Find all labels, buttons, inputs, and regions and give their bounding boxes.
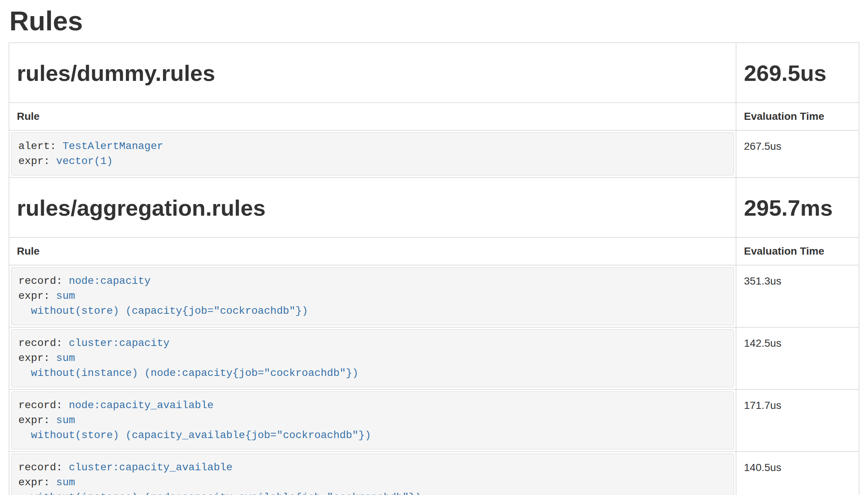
rule-name-link[interactable]: cluster:capacity xyxy=(69,337,169,349)
rules-table: rules/dummy.rules269.5usRuleEvaluation T… xyxy=(9,42,859,495)
evaluation-time-column-header: Evaluation Time xyxy=(736,237,859,265)
rule-column-header: Rule xyxy=(9,237,736,265)
evaluation-time-column-header: Evaluation Time xyxy=(736,103,859,130)
rule-block: record: cluster:capacity_available expr:… xyxy=(11,453,734,495)
group-file-cell: rules/dummy.rules xyxy=(9,43,736,103)
group-evaluation-time-cell: 269.5us xyxy=(736,43,859,103)
rule-column-header: Rule xyxy=(9,103,736,130)
rule-name-link[interactable]: node:capacity xyxy=(69,275,150,287)
rule-cell: record: cluster:capacity_available expr:… xyxy=(9,452,736,495)
rule-cell: record: node:capacity_available expr: su… xyxy=(9,389,736,452)
rule-row: alert: TestAlertManager expr: vector(1)2… xyxy=(9,130,859,177)
rules-page: { "page_title": "Rules", "table": { "rul… xyxy=(0,0,868,495)
rule-kind-label: record: xyxy=(18,337,63,349)
rule-expr-label: expr: xyxy=(18,290,50,302)
rule-expr-link[interactable]: sum without(store) (capacity_available{j… xyxy=(18,414,371,441)
rule-expr-label: expr: xyxy=(18,414,50,426)
group-file-name: rules/aggregation.rules xyxy=(17,196,728,221)
rule-name-link[interactable]: cluster:capacity_available xyxy=(69,462,232,473)
group-evaluation-time: 295.7ms xyxy=(744,196,851,221)
rules-table-body: rules/dummy.rules269.5usRuleEvaluation T… xyxy=(9,43,859,495)
rule-cell: alert: TestAlertManager expr: vector(1) xyxy=(9,130,736,177)
evaluation-time-cell: 140.5us xyxy=(736,452,859,495)
rule-code: alert: TestAlertManager expr: vector(1) xyxy=(18,139,727,169)
rule-expr-link[interactable]: sum without(store) (capacity{job="cockro… xyxy=(18,290,308,317)
rule-code: record: cluster:capacity_available expr:… xyxy=(18,460,727,495)
rule-cell: record: cluster:capacity expr: sum witho… xyxy=(9,327,736,389)
rule-row: record: node:capacity_available expr: su… xyxy=(9,389,859,452)
group-evaluation-time-cell: 295.7ms xyxy=(736,177,859,237)
rule-name-link[interactable]: TestAlertManager xyxy=(63,140,163,152)
rule-expr-label: expr: xyxy=(18,477,50,488)
column-header-row: RuleEvaluation Time xyxy=(9,103,859,130)
rule-group-header-row: rules/aggregation.rules295.7ms xyxy=(9,177,859,237)
rule-kind-label: record: xyxy=(18,400,63,411)
rule-code: record: cluster:capacity expr: sum witho… xyxy=(18,336,727,381)
rule-code: record: node:capacity expr: sum without(… xyxy=(18,274,727,319)
rule-expr-link[interactable]: vector(1) xyxy=(56,155,113,167)
column-header-row: RuleEvaluation Time xyxy=(9,237,859,265)
rule-block: alert: TestAlertManager expr: vector(1) xyxy=(11,132,734,176)
evaluation-time-cell: 351.3us xyxy=(736,265,859,327)
rule-expr-link[interactable]: sum without(instance) (node:capacity_ava… xyxy=(18,477,421,495)
group-file-cell: rules/aggregation.rules xyxy=(9,177,736,237)
rule-kind-label: record: xyxy=(18,275,63,287)
rule-block: record: node:capacity expr: sum without(… xyxy=(11,267,734,325)
rule-row: record: cluster:capacity expr: sum witho… xyxy=(9,327,859,389)
rule-row: record: cluster:capacity_available expr:… xyxy=(9,452,859,495)
rule-expr-label: expr: xyxy=(18,155,50,167)
evaluation-time-cell: 171.7us xyxy=(736,389,859,452)
page-title: Rules xyxy=(9,6,859,36)
rule-block: record: node:capacity_available expr: su… xyxy=(11,391,734,450)
rule-kind-label: alert: xyxy=(18,140,56,152)
rule-row: record: node:capacity expr: sum without(… xyxy=(9,265,859,327)
rule-group-header-row: rules/dummy.rules269.5us xyxy=(9,43,859,103)
rule-block: record: cluster:capacity expr: sum witho… xyxy=(11,329,734,388)
evaluation-time-cell: 142.5us xyxy=(736,327,859,389)
rule-cell: record: node:capacity expr: sum without(… xyxy=(9,265,736,327)
rule-expr-link[interactable]: sum without(instance) (node:capacity{job… xyxy=(18,352,358,379)
group-evaluation-time: 269.5us xyxy=(744,61,851,86)
evaluation-time-cell: 267.5us xyxy=(736,130,859,177)
group-file-name: rules/dummy.rules xyxy=(17,61,728,86)
rule-kind-label: record: xyxy=(18,462,63,473)
rule-name-link[interactable]: node:capacity_available xyxy=(69,400,213,411)
rule-expr-label: expr: xyxy=(18,352,50,364)
rule-code: record: node:capacity_available expr: su… xyxy=(18,398,727,443)
